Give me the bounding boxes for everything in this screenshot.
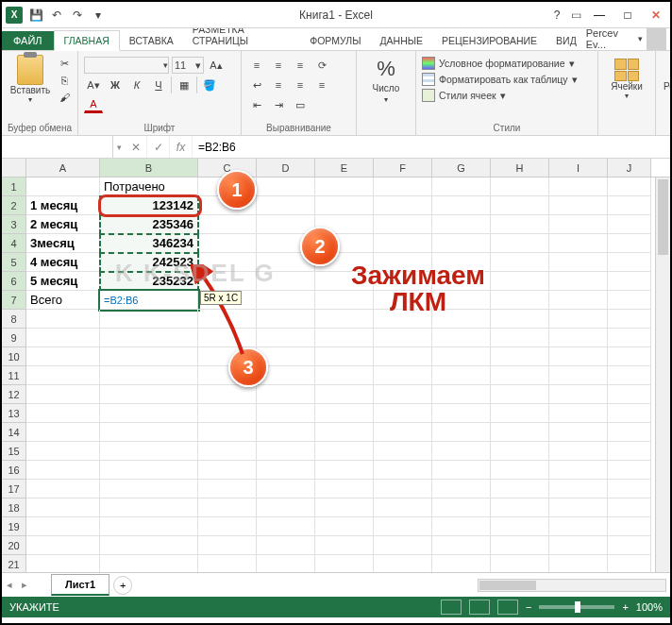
cell-G18[interactable] [432, 498, 491, 517]
cell-A1[interactable] [26, 177, 100, 196]
cell-I6[interactable] [549, 272, 608, 291]
cell-E1[interactable] [315, 177, 374, 196]
tab-file[interactable]: ФАЙЛ [2, 31, 54, 50]
cell-I4[interactable] [549, 234, 608, 253]
cell-C2[interactable] [198, 196, 257, 215]
cell-E7[interactable] [315, 291, 374, 310]
cell-D11[interactable] [257, 366, 315, 385]
cell-F7[interactable] [374, 291, 432, 310]
cell-J19[interactable] [608, 517, 651, 536]
cell-E21[interactable] [315, 555, 374, 572]
cell-J10[interactable] [608, 347, 651, 366]
cell-G15[interactable] [432, 442, 491, 461]
cell-D16[interactable] [257, 461, 315, 480]
cell-C20[interactable] [198, 536, 257, 555]
cell-J3[interactable] [608, 215, 651, 234]
cell-B7[interactable]: =B2:B6 [100, 291, 198, 310]
zoom-level[interactable]: 100% [636, 601, 663, 613]
cell-E9[interactable] [315, 329, 374, 347]
cell-J2[interactable] [608, 196, 651, 215]
cell-J15[interactable] [608, 442, 651, 461]
cell-B10[interactable] [100, 347, 198, 366]
cell-I17[interactable] [549, 480, 608, 498]
cell-H8[interactable] [491, 310, 549, 329]
cell-C9[interactable] [198, 329, 257, 347]
cell-I14[interactable] [549, 423, 608, 442]
cell-E19[interactable] [315, 517, 374, 536]
cell-F9[interactable] [374, 329, 432, 347]
cell-D4[interactable] [257, 234, 315, 253]
cell-E16[interactable] [315, 461, 374, 480]
zoom-slider[interactable] [539, 605, 614, 609]
cell-A21[interactable] [26, 555, 100, 572]
col-header-B[interactable]: B [100, 159, 198, 177]
cell-F14[interactable] [374, 423, 432, 442]
cell-H13[interactable] [491, 404, 549, 423]
row-header-11[interactable]: 11 [2, 366, 26, 385]
percent-icon[interactable]: % [377, 57, 395, 81]
cell-C16[interactable] [198, 461, 257, 480]
cell-A2[interactable]: 1 месяц [26, 196, 100, 215]
conditional-formatting-button[interactable]: Условное форматирование ▾ [422, 57, 592, 70]
bold-button[interactable]: Ж [106, 76, 125, 93]
cell-D14[interactable] [257, 423, 315, 442]
cell-E3[interactable] [315, 215, 374, 234]
cell-J21[interactable] [608, 555, 651, 572]
cell-B11[interactable] [100, 366, 198, 385]
font-family-dropdown[interactable]: ▾ [84, 57, 169, 74]
cell-H7[interactable] [491, 291, 549, 310]
cell-C14[interactable] [198, 423, 257, 442]
tab-insert[interactable]: ВСТАВКА [120, 31, 183, 50]
user-area[interactable]: Percev Ev... ▾ [586, 27, 670, 50]
enter-formula-icon[interactable]: ✓ [147, 136, 170, 158]
cell-A10[interactable] [26, 347, 100, 366]
save-icon[interactable]: 💾 [28, 8, 43, 23]
font-size-dropdown[interactable]: 11▾ [172, 57, 204, 74]
cell-I1[interactable] [549, 177, 608, 196]
cell-F17[interactable] [374, 480, 432, 498]
cell-B17[interactable] [100, 480, 198, 498]
cell-D9[interactable] [257, 329, 315, 347]
cell-D21[interactable] [257, 555, 315, 572]
cell-B1[interactable]: Потрачено [100, 177, 198, 196]
cell-J7[interactable] [608, 291, 651, 310]
border-icon[interactable]: ▦ [175, 76, 193, 93]
merge-icon[interactable]: ▭ [291, 96, 310, 113]
cell-H14[interactable] [491, 423, 549, 442]
tab-data[interactable]: ДАННЫЕ [371, 31, 433, 50]
cell-D6[interactable] [257, 272, 315, 291]
number-label[interactable]: Число [373, 83, 400, 93]
cell-G13[interactable] [432, 404, 491, 423]
cell-C11[interactable] [198, 366, 257, 385]
view-page-break-icon[interactable] [497, 600, 518, 615]
vertical-scrollbar[interactable] [655, 177, 670, 572]
name-box[interactable] [2, 136, 113, 158]
cell-H10[interactable] [491, 347, 549, 366]
cell-G10[interactable] [432, 347, 491, 366]
cell-G17[interactable] [432, 480, 491, 498]
cell-G11[interactable] [432, 366, 491, 385]
cell-G12[interactable] [432, 385, 491, 404]
cell-D20[interactable] [257, 536, 315, 555]
cell-G2[interactable] [432, 196, 491, 215]
cell-A20[interactable] [26, 536, 100, 555]
cell-F5[interactable] [374, 253, 432, 272]
cell-E17[interactable] [315, 480, 374, 498]
wrap-text-icon[interactable]: ↩ [247, 76, 266, 93]
underline-button[interactable]: Ч [149, 76, 168, 93]
cell-J4[interactable] [608, 234, 651, 253]
cell-H18[interactable] [491, 498, 549, 517]
cell-F12[interactable] [374, 385, 432, 404]
align-middle-icon[interactable]: ≡ [269, 57, 288, 74]
col-header-J[interactable]: J [608, 159, 651, 177]
close-button[interactable]: ✕ [642, 2, 670, 27]
minimize-button[interactable]: — [585, 2, 613, 27]
row-header-15[interactable]: 15 [2, 442, 26, 461]
cell-B14[interactable] [100, 423, 198, 442]
cell-G5[interactable] [432, 253, 491, 272]
add-sheet-button[interactable]: + [113, 576, 132, 595]
zoom-out-icon[interactable]: − [526, 601, 531, 613]
cell-H9[interactable] [491, 329, 549, 347]
cell-F16[interactable] [374, 461, 432, 480]
cell-B19[interactable] [100, 517, 198, 536]
